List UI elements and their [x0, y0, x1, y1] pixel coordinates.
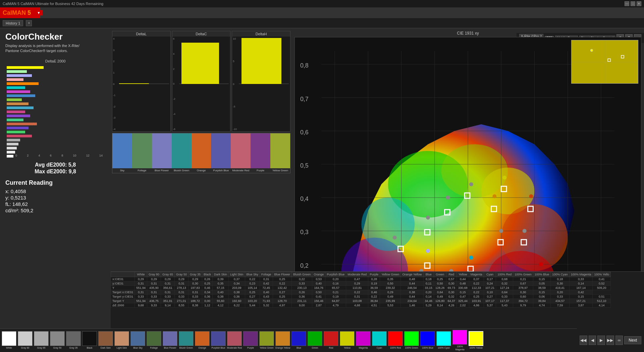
table-cell: 356,61	[161, 286, 174, 290]
bottom-swatch-color	[195, 331, 210, 346]
swatch-item[interactable]: Sky	[112, 133, 132, 173]
bottom-swatch-label: Gray 80	[21, 347, 30, 349]
bottom-nav[interactable]: ◀◀ ◀ ▶ ▶▶ ∞ Next	[577, 328, 644, 352]
swatch-item[interactable]: Purple	[251, 133, 270, 173]
bottom-swatch-item[interactable]: Purplish Blue	[211, 331, 226, 349]
deltal-area: 43210-1-2-3-4	[112, 37, 170, 131]
bottom-swatch-item[interactable]: Magenta	[356, 331, 371, 349]
bottom-swatch-item[interactable]: Gray 80	[17, 331, 33, 349]
table-cell: 0,24	[484, 281, 496, 286]
bottom-swatch-color	[340, 331, 355, 346]
bottom-swatch-item[interactable]: Light Skin	[114, 331, 129, 349]
table-cell: 0,18	[551, 277, 570, 281]
history-tab[interactable]: History 1	[3, 20, 23, 26]
menu-dropdown[interactable]: ▼	[35, 10, 43, 15]
add-tab-button[interactable]: +	[26, 20, 32, 26]
minimize-button[interactable]: —	[625, 1, 629, 6]
bottom-swatch-item[interactable]: 100% Magenta	[452, 330, 468, 351]
table-cell: 6,22	[228, 303, 245, 308]
bar-fill	[7, 78, 23, 81]
swatch-label: Moderate Red	[231, 168, 251, 173]
swatch-item[interactable]: Orange	[192, 133, 211, 173]
nav-prev-button[interactable]: ◀	[589, 336, 596, 345]
table-cell: 4,74	[533, 303, 551, 308]
table-cell: 8,55	[174, 303, 188, 308]
bottom-swatch-item[interactable]: Dark Skin	[98, 331, 113, 349]
deltac-chart: DeltaC 6420-2-4-6	[172, 31, 231, 132]
bottom-swatch-item[interactable]: Yellow	[339, 331, 355, 349]
bottom-swatch-item[interactable]: Black	[82, 331, 97, 349]
bottom-swatch-item[interactable]: Blue	[291, 331, 307, 349]
table-cell: 0,30	[551, 281, 570, 286]
table-row: Target y:CIE310,330,330,330,330,330,360,…	[111, 295, 611, 299]
svg-point-65	[426, 216, 430, 220]
logo-text: CalMAN	[3, 9, 28, 16]
data-table-container[interactable]: WhiteGray 80Gray 65Gray 50Gray 35BlackDa…	[111, 271, 644, 328]
bottom-swatch-label: 100% Cyan	[438, 347, 450, 349]
bottom-swatch-item[interactable]: 100% Cyan	[436, 331, 451, 349]
bottom-swatch-item[interactable]: Cyan	[372, 331, 387, 349]
table-cell: 0,36	[228, 295, 245, 299]
bottom-swatch-label: Blue Flower	[164, 347, 176, 349]
swatch-color	[132, 133, 152, 168]
bottom-swatch-item[interactable]: Blue Sky	[130, 331, 146, 349]
table-cell: 65,57	[325, 286, 346, 290]
bottom-swatch-label: Red	[329, 347, 333, 349]
bottom-swatch-label: Black	[87, 347, 92, 349]
deltal-bar-area	[119, 38, 169, 130]
left-panel: ColorChecker Display analysis is perform…	[0, 28, 111, 352]
next-button[interactable]: Next	[624, 336, 641, 344]
close-button[interactable]: ✕	[637, 1, 641, 6]
bottom-swatch-item[interactable]: 100% Red	[388, 331, 403, 349]
swatch-item[interactable]: Blue Flower	[152, 133, 172, 173]
bottom-swatch-item[interactable]: 100% Blue	[420, 331, 435, 349]
bottom-swatch-label: Orange	[198, 347, 206, 349]
swatch-color	[192, 133, 211, 168]
table-header-cell: Blue	[423, 272, 434, 277]
bottom-swatch-item[interactable]: Gray 65	[34, 331, 49, 349]
table-cell: 71,93	[260, 299, 273, 303]
bottom-swatch-item[interactable]: Orange Yellow	[275, 331, 290, 349]
swatch-item[interactable]: Moderate Red	[231, 133, 251, 173]
bottom-swatch-item[interactable]: Foliage	[146, 331, 162, 349]
table-cell: 0,31	[161, 281, 174, 286]
avg-de2000: Avg dE2000: 5,8	[5, 162, 105, 168]
swatch-item[interactable]: Bluish Green	[172, 133, 192, 173]
swatch-label: Purplish Blue	[211, 168, 231, 173]
swatch-item[interactable]: Foliage	[132, 133, 152, 173]
bar-row	[7, 110, 101, 114]
bottom-swatch-item[interactable]: Yellow Green	[259, 331, 274, 349]
window-controls[interactable]: — □ ✕	[625, 1, 641, 6]
maximize-button[interactable]: □	[631, 1, 635, 6]
row-label-cell: Target x:CIE31	[111, 290, 135, 295]
bottom-swatch-item[interactable]: 100% Yellow	[468, 331, 484, 349]
bottom-swatch-color	[82, 331, 97, 346]
bottom-swatch-item[interactable]: 100% Green	[404, 331, 419, 349]
bottom-swatch-item[interactable]: Green	[307, 331, 323, 349]
swatch-item[interactable]: Purplish Blue	[211, 133, 231, 173]
nav-link-button[interactable]: ∞	[615, 336, 623, 345]
swatch-item[interactable]: Yellow Green	[270, 133, 290, 173]
toolbar: History 1 + X-Rite i1Pro 2 LCD Direct Vi…	[0, 18, 644, 28]
bottom-swatch-item[interactable]: Bluish Green	[178, 331, 194, 349]
bottom-swatch-item[interactable]: Red	[323, 331, 339, 349]
table-cell: 0,25	[434, 277, 446, 281]
bottom-swatch-item[interactable]: Purple	[243, 331, 258, 349]
nav-first-button[interactable]: ◀◀	[580, 336, 587, 345]
bottom-swatch-color	[469, 331, 483, 346]
bottom-swatch-label: Gray 65	[37, 347, 46, 349]
bottom-swatch-item[interactable]: Gray 50	[50, 331, 65, 349]
table-cell: 0,22	[346, 290, 368, 295]
table-cell: 0,39	[212, 277, 228, 281]
table-cell: 5,29	[423, 303, 434, 308]
bottom-swatch-color	[227, 331, 242, 346]
bottom-swatch-item[interactable]: Blue Flower	[162, 331, 178, 349]
bottom-swatch-item[interactable]: Orange	[195, 331, 210, 349]
bottom-swatch-item[interactable]: Moderate Red	[227, 331, 242, 349]
bar-row	[7, 138, 101, 142]
bottom-swatch-item[interactable]: Gray 35	[66, 331, 81, 349]
table-cell: 0,31	[260, 277, 273, 281]
nav-last-button[interactable]: ▶▶	[606, 336, 614, 345]
nav-next-page-button[interactable]: ▶	[597, 336, 605, 345]
bottom-swatch-item[interactable]: White	[1, 331, 17, 349]
